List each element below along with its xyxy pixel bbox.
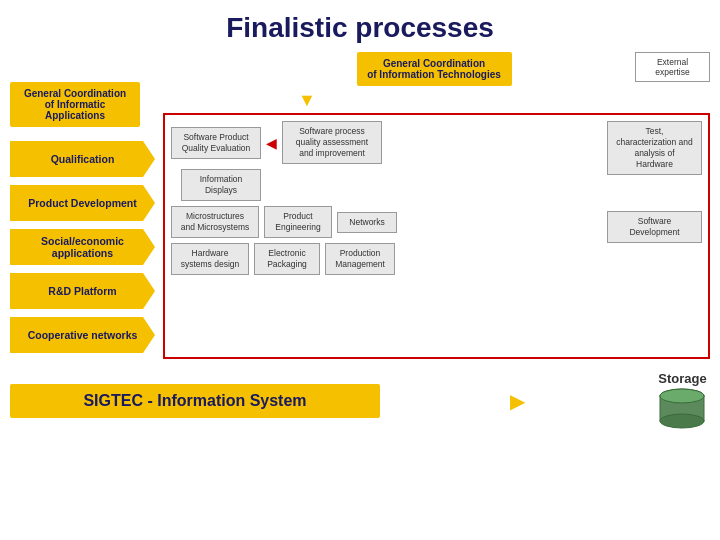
- row2: Information Displays: [171, 169, 607, 201]
- bottom-area: SIGTEC - Information System ▶ Storage: [0, 363, 720, 439]
- top-arrow-row: ▼: [163, 90, 710, 111]
- page-title: Finalistic processes: [0, 0, 720, 52]
- storage-area: Storage: [655, 371, 710, 431]
- svg-point-2: [660, 414, 704, 428]
- main-content: General Coordination of Informatic Appli…: [0, 52, 720, 359]
- box-hardware: Hardware systems design: [171, 243, 249, 275]
- connector-arrow-icon: ▶: [510, 389, 525, 413]
- sidebar-item-product-development: Product Development: [10, 185, 155, 221]
- arrow-right-icon: ◀: [266, 135, 277, 151]
- box-networks: Networks: [337, 212, 397, 233]
- inner-area: Test, characterization and analysis of H…: [171, 121, 702, 351]
- right-area: General Coordination of Information Tech…: [163, 52, 710, 359]
- left-header-box: General Coordination of Informatic Appli…: [10, 82, 140, 127]
- storage-label: Storage: [658, 371, 706, 386]
- down-arrow-icon: ▼: [298, 90, 316, 111]
- box-test: Test, characterization and analysis of H…: [607, 121, 702, 175]
- box-software-dev: Software Development: [607, 211, 702, 243]
- main-box: Test, characterization and analysis of H…: [163, 113, 710, 359]
- right-header-box: General Coordination of Information Tech…: [357, 52, 512, 86]
- row4: Hardware systems design Electronic Packa…: [171, 243, 607, 275]
- external-expertise-box: External expertise: [635, 52, 710, 82]
- page: Finalistic processes General Coordinatio…: [0, 0, 720, 540]
- top-headers: General Coordination of Information Tech…: [163, 52, 710, 86]
- sidebar-item-cooperative-networks: Cooperative networks: [10, 317, 155, 353]
- box-micro: Microstructures and Microsystems: [171, 206, 259, 238]
- storage-icon: [655, 386, 710, 431]
- box-info-displays: Information Displays: [181, 169, 261, 201]
- svg-point-3: [660, 389, 704, 403]
- sidebar-item-social-economic: Social/economic applications: [10, 229, 155, 265]
- box-software-process: Software process quality assessment and …: [282, 121, 382, 164]
- sidebar-item-qualification: Qualification: [10, 141, 155, 177]
- sidebar-item-rd-platform: R&D Platform: [10, 273, 155, 309]
- row1: Software Product Quality Evaluation ◀ So…: [171, 121, 607, 164]
- left-sidebar: General Coordination of Informatic Appli…: [10, 82, 155, 359]
- box-software-product: Software Product Quality Evaluation: [171, 127, 261, 159]
- row3: Microstructures and Microsystems Product…: [171, 206, 607, 238]
- box-electronic: Electronic Packaging: [254, 243, 320, 275]
- box-product-eng: Product Engineering: [264, 206, 332, 238]
- sigtec-box: SIGTEC - Information System: [10, 384, 380, 418]
- box-production: Production Management: [325, 243, 395, 275]
